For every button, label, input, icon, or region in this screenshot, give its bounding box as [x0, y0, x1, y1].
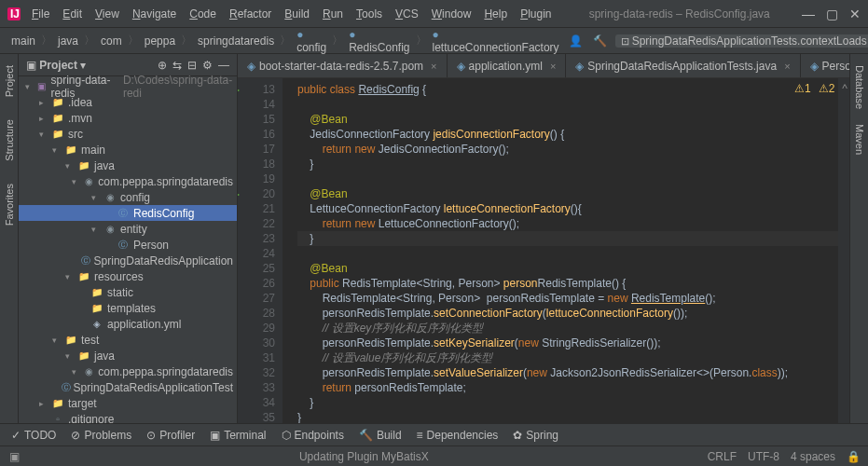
warning-indicator[interactable]: ⚠1 — [794, 82, 811, 95]
close-icon[interactable]: × — [784, 61, 790, 72]
maximize-button[interactable]: ▢ — [826, 7, 838, 21]
tree-arrow-icon[interactable]: ▾ — [39, 130, 50, 139]
bottom-tab-todo[interactable]: ✓TODO — [11, 429, 56, 442]
tool-tab-maven[interactable]: Maven — [852, 116, 867, 162]
gutter-line[interactable]: 26 — [238, 276, 275, 291]
menu-view[interactable]: View — [90, 4, 125, 24]
gutter-line[interactable]: 25 — [238, 261, 275, 276]
tree-item[interactable]: ▾📁main — [19, 142, 237, 158]
editor-tab[interactable]: ◈SpringDataRedisApplicationTests.java× — [566, 54, 800, 77]
editor-tab[interactable]: ◈Person.java× — [801, 54, 849, 77]
tree-arrow-icon[interactable]: ▾ — [91, 225, 103, 234]
encoding-indicator[interactable]: UTF-8 — [748, 450, 779, 463]
gutter-line[interactable]: 29 — [238, 321, 275, 336]
gutter-line[interactable]: 31 — [238, 350, 275, 365]
code-line[interactable]: personRedisTemplate.setConnectionFactory… — [297, 306, 838, 321]
tree-item[interactable]: ▾◉com.peppa.springdataredis — [19, 363, 237, 379]
warning-indicator[interactable]: ⚠2 — [819, 82, 835, 95]
tree-arrow-icon[interactable]: ▾ — [52, 145, 63, 155]
expand-icon[interactable]: ⇆ — [172, 59, 182, 72]
tool-window-toggle[interactable]: ▣ — [7, 450, 21, 463]
bottom-tab-profiler[interactable]: ⊙Profiler — [146, 429, 195, 442]
close-icon[interactable]: × — [431, 61, 436, 72]
gutter-line[interactable]: 28 — [238, 306, 275, 321]
gutter-line[interactable]: 24 — [238, 246, 275, 261]
bottom-tab-terminal[interactable]: ▣Terminal — [210, 429, 266, 442]
tool-tab-project[interactable]: Project — [2, 58, 17, 104]
close-icon[interactable]: × — [550, 61, 556, 72]
tool-tab-favorites[interactable]: Favorites — [2, 176, 17, 233]
breadcrumb-item[interactable]: springdataredis — [194, 33, 278, 49]
bottom-tab-build[interactable]: 🔨Build — [359, 429, 402, 442]
code-line[interactable]: } — [297, 157, 838, 171]
gutter-line[interactable]: 14 — [238, 97, 275, 112]
line-sep-indicator[interactable]: CRLF — [708, 450, 737, 463]
breadcrumb-item[interactable]: ● RedisConfig — [345, 26, 413, 56]
code-line[interactable]: @Bean — [297, 261, 838, 276]
menu-file[interactable]: File — [26, 4, 55, 24]
code-line[interactable]: public class RedisConfig { — [297, 82, 838, 97]
project-view-select[interactable]: ▣ Project ▾ — [26, 59, 86, 72]
breadcrumb-item[interactable]: com — [97, 33, 126, 49]
run-config-select[interactable]: ⊡ SpringDataRedisApplicationTests.contex… — [615, 34, 868, 48]
gutter-line[interactable]: 33 — [238, 380, 275, 395]
code-line[interactable]: return new LettuceConnectionFactory(); — [297, 216, 838, 231]
code-line[interactable]: } — [297, 395, 838, 410]
code-line[interactable] — [297, 246, 838, 261]
gutter-line[interactable]: 15 — [238, 112, 275, 127]
code-area[interactable]: public class RedisConfig { @Bean JedisCo… — [282, 78, 838, 423]
gutter-line[interactable]: 27 — [238, 291, 275, 306]
lock-icon[interactable]: 🔒 — [847, 450, 861, 463]
highlight-level-icon[interactable]: ^ — [842, 82, 847, 95]
tree-item[interactable]: ◈application.yml — [19, 316, 237, 332]
hide-icon[interactable]: — — [218, 59, 229, 72]
code-line[interactable]: @Bean — [297, 186, 838, 201]
editor-tab[interactable]: ◈boot-starter-data-redis-2.5.7.pom× — [238, 54, 448, 77]
gutter-line[interactable]: ▸20 — [238, 186, 275, 201]
tree-arrow-icon[interactable]: ▾ — [72, 177, 82, 186]
menu-plugin[interactable]: Plugin — [515, 4, 557, 24]
run-gutter-icon[interactable]: ▸ — [238, 82, 240, 97]
tool-tab-database[interactable]: Database — [852, 58, 867, 116]
settings-icon[interactable]: ⚙ — [202, 59, 213, 72]
gutter-line[interactable]: 17 — [238, 142, 275, 157]
gutter-line[interactable]: 16 — [238, 127, 275, 142]
code-line[interactable]: public RedisTemplate<String, Person> per… — [297, 276, 838, 291]
code-line[interactable]: personRedisTemplate.setValueSerializer(n… — [297, 365, 838, 380]
code-line[interactable]: return personRedisTemplate; — [297, 380, 838, 395]
tree-arrow-icon[interactable]: ▸ — [39, 399, 50, 408]
code-line[interactable]: @Bean — [297, 112, 838, 127]
gutter-line[interactable]: 34 — [238, 395, 275, 410]
tree-item[interactable]: ▸📁target — [19, 395, 237, 411]
bottom-tab-problems[interactable]: ⊘Problems — [71, 429, 131, 442]
menu-navigate[interactable]: Navigate — [127, 4, 182, 24]
tree-item[interactable]: ▾◉entity — [19, 221, 237, 237]
tree-item[interactable]: ▾📁src — [19, 126, 237, 142]
code-line[interactable]: RedisTemplate<String, Person> personRedi… — [297, 291, 838, 306]
tree-item[interactable]: 📁templates — [19, 300, 237, 316]
code-line[interactable]: // 设置key序列化和反序列化类型 — [297, 321, 838, 336]
gutter-line[interactable]: 19 — [238, 171, 275, 186]
tree-item[interactable]: ⒸSpringDataRedisApplicationTest — [19, 379, 237, 395]
menu-vcs[interactable]: VCS — [390, 4, 424, 24]
gutter-line[interactable]: 18 — [238, 157, 275, 171]
gutter-line[interactable]: 32 — [238, 365, 275, 380]
tree-item[interactable]: ▾▣spring-data-redis D:\Codes\spring-data… — [19, 78, 237, 94]
tree-item[interactable]: ⒸPerson — [19, 237, 237, 253]
tree-item[interactable]: ⒸSpringDataRedisApplication — [19, 253, 237, 268]
menu-build[interactable]: Build — [279, 4, 315, 24]
menu-code[interactable]: Code — [184, 4, 222, 24]
code-line[interactable]: // 设置value序列化和反序列化类型 — [297, 350, 838, 365]
gutter-line[interactable]: 30 — [238, 336, 275, 350]
tree-item[interactable]: ▾◉com.peppa.springdataredis — [19, 173, 237, 189]
tree-arrow-icon[interactable]: ▾ — [65, 272, 76, 281]
close-button[interactable]: ✕ — [849, 7, 861, 21]
breadcrumb-item[interactable]: main — [7, 33, 39, 49]
code-line[interactable] — [297, 171, 838, 186]
menu-window[interactable]: Window — [426, 4, 477, 24]
tree-item[interactable]: ▸📁.mvn — [19, 110, 237, 126]
tool-tab-structure[interactable]: Structure — [2, 112, 17, 169]
bottom-tab-dependencies[interactable]: ≡Dependencies — [417, 429, 499, 442]
project-tree[interactable]: ▾▣spring-data-redis D:\Codes\spring-data… — [19, 76, 237, 423]
code-line[interactable]: LettuceConnectionFactory lettuceConnecti… — [297, 201, 838, 216]
